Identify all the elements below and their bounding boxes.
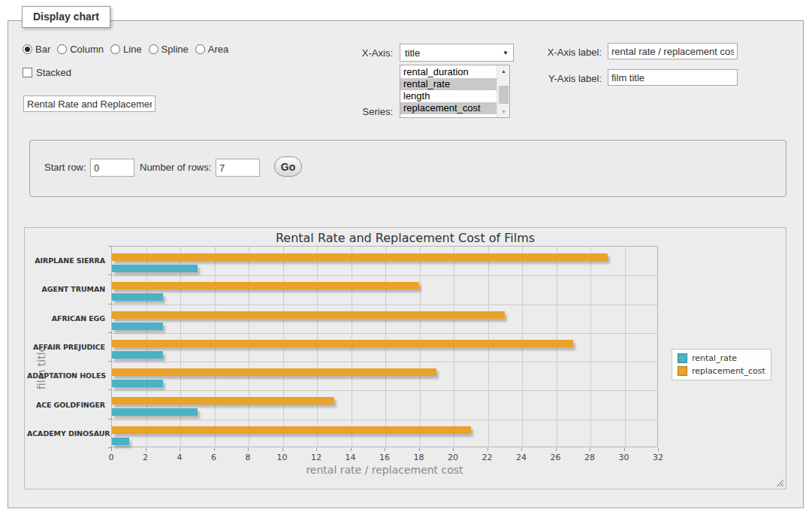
x-tick <box>351 448 352 451</box>
x-tick <box>385 448 385 451</box>
start-row-input[interactable] <box>90 159 134 177</box>
x-tick <box>316 448 317 451</box>
bar-rental_rate-academy-dinosaur <box>112 438 129 445</box>
x-tick-label: 16 <box>373 453 396 462</box>
chart-title-input[interactable] <box>23 95 155 112</box>
gridline-v <box>590 247 591 447</box>
series-option-rental_duration[interactable]: rental_duration <box>400 66 497 78</box>
go-button[interactable]: Go <box>274 156 302 177</box>
gridline-h <box>112 333 657 334</box>
radio-option-area[interactable]: Area <box>195 44 228 55</box>
x-tick <box>146 448 146 451</box>
y-tick <box>108 419 112 420</box>
y-tick-label: AGENT TRUMAN <box>27 285 105 293</box>
radio-option-label: Area <box>208 44 228 55</box>
query-panel: Start row: Number of rows: Go <box>29 140 786 197</box>
chart-legend: rental_ratereplacement_cost <box>672 349 771 380</box>
x-tick-label: 0 <box>100 453 122 462</box>
y-tick <box>108 361 112 362</box>
y-tick-label: AFRICAN EGG <box>27 314 105 323</box>
y-tick-label: AFFAIR PREJUDICE <box>27 343 105 351</box>
x-tick-label: 8 <box>237 453 259 462</box>
x-tick-label: 32 <box>647 453 669 462</box>
y-tick-label: AIRPLANE SIERRA <box>27 256 105 265</box>
radio-option-label: Spline <box>161 44 189 55</box>
stacked-label: Stacked <box>36 67 71 78</box>
radio-option-line[interactable]: Line <box>110 44 142 55</box>
radio-option-label: Line <box>123 44 142 55</box>
x-axis-label-input[interactable] <box>608 43 738 59</box>
bar-rental_rate-affair-prejudice <box>112 351 163 359</box>
radio-option-label: Bar <box>35 44 50 55</box>
radio-icon <box>149 44 158 54</box>
radio-option-column[interactable]: Column <box>57 44 104 55</box>
chart-title: Rental Rate and Replacement Cost of Film… <box>25 231 786 245</box>
series-option-length[interactable]: length <box>400 90 497 102</box>
y-tick <box>108 332 112 333</box>
scroll-down-icon[interactable]: ▼ <box>497 106 510 117</box>
x-tick <box>556 448 557 451</box>
x-tick-label: 2 <box>134 453 157 462</box>
x-tick <box>111 448 112 451</box>
y-tick <box>108 246 112 247</box>
x-tick <box>248 448 249 451</box>
bar-rental_rate-ace-goldfinger <box>112 408 198 416</box>
x-tick-label: 10 <box>271 453 294 462</box>
series-option-replacement_cost[interactable]: replacement_cost <box>400 102 497 114</box>
x-tick-label: 20 <box>442 453 464 462</box>
bar-replacement_cost-affair-prejudice <box>112 340 573 347</box>
chevron-down-icon: ▼ <box>503 50 509 56</box>
bar-rental_rate-adaptation-holes <box>112 380 163 387</box>
radio-icon <box>23 44 32 54</box>
chart-type-group: BarColumnLineSplineArea <box>23 44 228 55</box>
x-tick <box>180 448 180 451</box>
series-listbox-items: rental_durationrental_ratelengthreplacem… <box>400 66 497 114</box>
num-rows-label: Number of rows: <box>140 162 211 173</box>
x-tick <box>521 448 522 451</box>
y-axis-label-label: Y-Axis label: <box>534 73 602 84</box>
x-tick <box>214 448 215 451</box>
bar-replacement_cost-airplane-sierra <box>112 253 608 261</box>
gridline-h <box>112 275 657 276</box>
x-tick <box>453 448 454 451</box>
x-tick-label: 14 <box>340 453 362 462</box>
gridline-h <box>112 362 657 362</box>
x-tick-label: 18 <box>408 453 430 462</box>
gridline-h <box>112 390 657 391</box>
bar-replacement_cost-adaptation-holes <box>112 368 436 376</box>
num-rows-input[interactable] <box>216 159 260 177</box>
fieldset-legend: Display chart <box>22 6 110 28</box>
gridline-v <box>625 247 626 447</box>
legend-label: rental_rate <box>692 353 737 363</box>
stacked-checkbox-row[interactable]: Stacked <box>23 67 71 78</box>
chart: Rental Rate and Replacement Cost of Film… <box>24 227 786 489</box>
x-tick-label: 26 <box>545 453 567 462</box>
bar-replacement_cost-ace-goldfinger <box>112 397 334 404</box>
gridline-h <box>112 304 657 305</box>
legend-label: replacement_cost <box>692 366 765 376</box>
series-listbox[interactable]: rental_durationrental_ratelengthreplacem… <box>400 65 510 118</box>
x-tick-label: 24 <box>510 453 533 462</box>
radio-icon <box>195 44 205 54</box>
x-axis-title: rental rate / replacement cost <box>111 464 658 476</box>
radio-option-bar[interactable]: Bar <box>23 44 50 55</box>
radio-option-spline[interactable]: Spline <box>149 44 189 55</box>
scroll-up-icon[interactable]: ▲ <box>497 65 510 77</box>
series-option-rental_rate[interactable]: rental_rate <box>400 78 497 90</box>
legend-swatch <box>678 366 687 376</box>
x-axis-select[interactable]: title ▼ <box>400 44 514 62</box>
stacked-checkbox[interactable] <box>23 68 32 77</box>
scrollbar-thumb[interactable] <box>499 86 509 104</box>
radio-option-label: Column <box>70 44 104 55</box>
x-tick <box>658 448 659 451</box>
series-scrollbar[interactable]: ▲ ▼ <box>497 65 509 117</box>
y-axis-label-input[interactable] <box>608 69 738 86</box>
page: Display chart BarColumnLineSplineArea St… <box>0 0 812 512</box>
plot-area <box>111 246 658 447</box>
resize-handle-icon[interactable] <box>776 479 784 487</box>
y-tick-label: ACADEMY DINOSAUR <box>27 429 105 438</box>
x-tick-label: 22 <box>476 453 499 462</box>
radio-icon <box>57 44 67 54</box>
x-tick <box>282 448 283 451</box>
bar-replacement_cost-agent-truman <box>112 282 419 289</box>
